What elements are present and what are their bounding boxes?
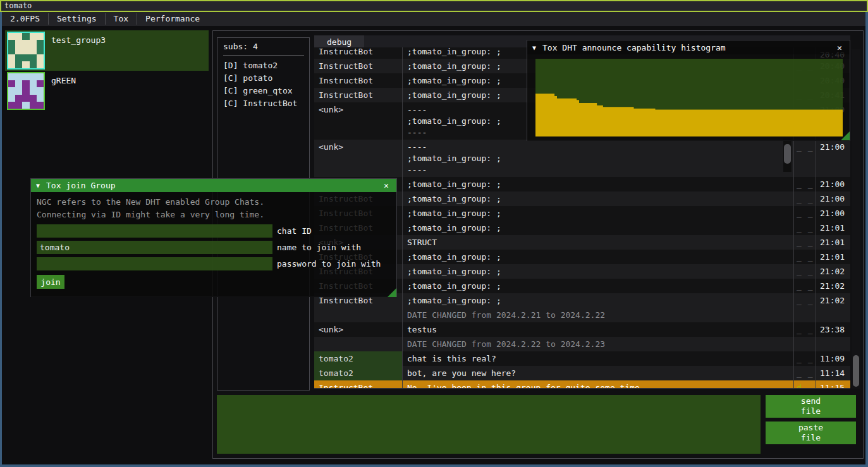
- group-name: gREEN: [51, 76, 76, 85]
- message-author: InstructBot: [314, 59, 403, 73]
- resize-grip-icon[interactable]: [388, 288, 396, 297]
- message-row[interactable]: InstructBotNo, I've been in this group f…: [314, 380, 850, 389]
- close-icon[interactable]: ✕: [834, 43, 845, 52]
- hist-window-title: Tox DHT announce capability histogram: [542, 43, 834, 52]
- message-timestamp: [816, 308, 850, 322]
- message-text: ;tomato_in_group: ;: [403, 264, 794, 279]
- password-to-join-with-input[interactable]: [37, 257, 272, 270]
- message-status: [794, 308, 816, 322]
- message-author: InstructBot: [314, 47, 403, 59]
- dht-histogram-plot: [535, 59, 843, 136]
- member-item[interactable]: [D] tomato2: [223, 59, 309, 72]
- message-status: d _: [794, 380, 816, 389]
- dht-histogram-window: ▼ Tox DHT announce capability histogram …: [527, 40, 850, 141]
- message-author: <unk>: [314, 102, 403, 140]
- member-item[interactable]: [C] InstructBot: [223, 97, 309, 110]
- message-status: _ _: [794, 221, 816, 235]
- message-timestamp: 11:09: [816, 351, 850, 366]
- message-status: _ _: [794, 191, 816, 206]
- message-status: _ _: [794, 140, 816, 177]
- name-to-join-with-input[interactable]: [37, 241, 272, 254]
- message-text: No, I've been in this group for quite so…: [403, 380, 794, 389]
- message-timestamp: 21:01: [816, 250, 850, 264]
- close-icon[interactable]: ✕: [381, 181, 391, 190]
- window-titlebar[interactable]: tomato: [0, 0, 868, 12]
- message-status: [794, 337, 816, 351]
- message-text: ;tomato_in_group: ;: [403, 206, 794, 221]
- paste-file-button[interactable]: paste file: [766, 422, 856, 444]
- message-status: _ _: [794, 206, 816, 221]
- message-text: ;tomato_in_group: ;: [403, 279, 794, 293]
- collapse-arrow-icon[interactable]: ▼: [36, 182, 40, 189]
- field-label: chat ID: [277, 226, 312, 236]
- group-avatar: [7, 72, 45, 110]
- message-author: InstructBot: [314, 380, 403, 389]
- menu-item-tox[interactable]: Tox: [106, 12, 137, 26]
- sidebar-group-gREEN[interactable]: gREEN: [5, 71, 209, 111]
- chat-input[interactable]: [217, 395, 761, 454]
- join-field-row: chat ID: [37, 224, 396, 238]
- join-window-titlebar[interactable]: ▼ Tox join Group ✕: [31, 179, 396, 192]
- message-text: ;tomato_in_group: ;: [403, 221, 794, 235]
- message-timestamp: 11:14: [816, 366, 850, 380]
- date-change-row[interactable]: DATE CHANGED from 2024.2.21 to 2024.2.22: [314, 308, 850, 322]
- message-timestamp: [816, 337, 850, 351]
- message-author: tomato2: [314, 366, 403, 380]
- message-text: bot, are you new here?: [403, 366, 794, 380]
- message-row[interactable]: tomato2bot, are you new here?_ _11:14: [314, 366, 850, 380]
- message-text: ----;tomato_in_group: ;----: [403, 140, 794, 177]
- message-row[interactable]: <unk>----;tomato_in_group: ;----_ _21:00: [314, 140, 850, 177]
- group-avatar: [7, 32, 45, 70]
- send-file-button[interactable]: send file: [766, 395, 856, 418]
- message-status: _ _: [794, 264, 816, 279]
- message-status: _ _: [794, 235, 816, 250]
- message-timestamp: 21:02: [816, 279, 850, 293]
- message-status: _ _: [794, 351, 816, 366]
- message-text: testus: [403, 322, 794, 337]
- sidebar-group-test_group3[interactable]: test_group3: [5, 30, 209, 71]
- message-status: _ _: [794, 322, 816, 337]
- message-row[interactable]: <unk>testus_ _23:38: [314, 322, 850, 337]
- menu-item-settings[interactable]: Settings: [49, 12, 105, 26]
- message-timestamp: 21:00: [816, 177, 850, 191]
- collapse-arrow-icon[interactable]: ▼: [532, 44, 536, 51]
- message-status: _ _: [794, 293, 816, 308]
- message-timestamp: 21:01: [816, 221, 850, 235]
- join-window-title: Tox join Group: [46, 181, 381, 190]
- scrollbar-thumb[interactable]: [853, 355, 859, 387]
- join-button[interactable]: join: [37, 275, 64, 289]
- message-timestamp: 21:02: [816, 264, 850, 279]
- message-text: DATE CHANGED from 2024.2.21 to 2024.2.22: [403, 308, 794, 322]
- member-item[interactable]: [C] potato: [223, 72, 309, 85]
- message-timestamp: 21:01: [816, 235, 850, 250]
- hist-window-body: [527, 54, 850, 141]
- menu-item-2-0fps[interactable]: 2.0FPS: [2, 12, 48, 26]
- message-text: ;tomato_in_group: ;: [403, 250, 794, 264]
- menu-item-performance[interactable]: Performance: [137, 12, 208, 26]
- message-text: ;tomato_in_group: ;: [403, 293, 794, 308]
- message-timestamp: 11:15: [816, 380, 850, 389]
- join-group-window: ▼ Tox join Group ✕ NGC refers to the New…: [30, 178, 397, 297]
- messages-scrollbar[interactable]: [852, 49, 860, 389]
- subs-count: subs: 4: [223, 42, 309, 51]
- chat-id-input[interactable]: [37, 224, 272, 238]
- message-author: [314, 337, 403, 351]
- message-row[interactable]: tomato2chat is this real?_ _11:09: [314, 351, 850, 366]
- inner-scrollbar-thumb[interactable]: [784, 144, 791, 164]
- message-timestamp: 21:00: [816, 206, 850, 221]
- message-text: ;tomato_in_group: ;: [403, 177, 794, 191]
- message-text: chat is this real?: [403, 351, 794, 366]
- member-item[interactable]: [C] green_qtox: [223, 85, 309, 97]
- date-change-row[interactable]: DATE CHANGED from 2024.2.22 to 2024.2.23: [314, 337, 850, 351]
- message-timestamp: 21:00: [816, 191, 850, 206]
- hist-window-titlebar[interactable]: ▼ Tox DHT announce capability histogram …: [527, 40, 850, 54]
- window-frame-right: [865, 12, 868, 467]
- message-text: ;tomato_in_group: ;: [403, 191, 794, 206]
- message-timestamp: 21:02: [816, 293, 850, 308]
- inner-scrollbar[interactable]: [783, 138, 792, 172]
- join-field-row: name to join with: [37, 241, 396, 254]
- join-window-body: NGC refers to the New DHT enabled Group …: [31, 192, 396, 297]
- resize-grip-icon[interactable]: [841, 131, 850, 140]
- join-field-row: password to join with: [37, 257, 396, 270]
- message-status: _ _: [794, 177, 816, 191]
